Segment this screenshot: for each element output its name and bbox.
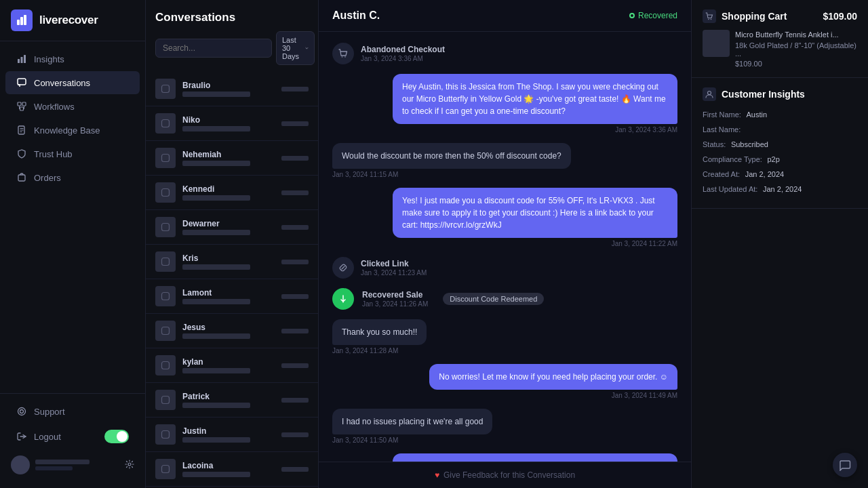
book-icon xyxy=(16,125,27,136)
cart-item-price: $109.00 xyxy=(735,60,857,68)
insight-last-name: Last Name: xyxy=(703,124,857,134)
first-name-value: Austin xyxy=(746,110,767,119)
svg-point-20 xyxy=(20,410,24,413)
sidebar-header: liverecover xyxy=(0,0,145,41)
message-incoming-1: Would the discount be more then the 50% … xyxy=(332,143,677,178)
conversation-item[interactable]: Braulio xyxy=(146,72,318,106)
conversations-title: Conversations xyxy=(155,11,309,24)
status-value: Subscribed xyxy=(731,140,768,148)
conversation-item[interactable]: Patrick xyxy=(146,383,318,418)
conv-info: Kris xyxy=(182,253,275,270)
conv-preview xyxy=(182,472,250,477)
msg-time-8: Jan 3, 2024 11:50 AM xyxy=(332,436,398,444)
svg-rect-29 xyxy=(162,293,170,300)
recovered-sale-body: Recovered Sale Jan 3, 2024 11:26 AM xyxy=(362,290,428,308)
svg-rect-30 xyxy=(162,327,170,335)
conversation-item[interactable]: Justin xyxy=(146,418,318,452)
orders-icon xyxy=(16,172,27,183)
insights-title-text: Customer Insights xyxy=(722,89,805,100)
sidebar-footer: Support Logout xyxy=(0,393,145,488)
conv-meta xyxy=(281,190,309,195)
conversation-item[interactable]: kylan xyxy=(146,348,318,383)
conv-preview xyxy=(182,126,250,131)
message-outgoing-1: Hey Austin, this is Jessica from The Sho… xyxy=(332,74,677,134)
svg-rect-18 xyxy=(18,175,25,181)
sidebar-item-trust-hub[interactable]: Trust Hub xyxy=(5,142,140,165)
sidebar-item-knowledge-base[interactable]: Knowledge Base xyxy=(5,119,140,142)
recovered-sale-time: Jan 3, 2024 11:26 AM xyxy=(362,300,428,308)
cart-total: $109.00 xyxy=(823,11,857,22)
conv-preview xyxy=(182,264,250,270)
cart-header: Shopping Cart $109.00 xyxy=(703,9,857,23)
conv-info: Braulio xyxy=(182,81,275,97)
updated-value: Jan 2, 2024 xyxy=(763,185,802,193)
conv-time xyxy=(281,225,309,230)
conversation-item[interactable]: Nehemiah xyxy=(146,141,318,176)
conv-avatar xyxy=(155,355,176,375)
recovered-dot xyxy=(629,13,635,18)
sidebar-item-conversations[interactable]: Conversations xyxy=(5,71,140,94)
conv-meta xyxy=(281,329,309,333)
conv-time xyxy=(281,87,309,92)
conversation-item[interactable]: Kennedi xyxy=(146,176,318,210)
conversation-item[interactable]: Dewarner xyxy=(146,210,318,245)
chat-fab[interactable] xyxy=(833,453,857,477)
sidebar-item-logout[interactable]: Logout xyxy=(5,424,140,449)
message-outgoing-4: Oh, right! I'm showing you have placed y… xyxy=(332,453,677,462)
conversation-item[interactable]: Kris xyxy=(146,245,318,279)
svg-rect-27 xyxy=(162,224,170,231)
toggle-switch[interactable] xyxy=(104,430,129,443)
logout-icon xyxy=(16,431,27,442)
conversation-item[interactable]: Lacoina xyxy=(146,452,318,487)
conv-name: Kennedi xyxy=(182,184,275,194)
sidebar-item-workflows[interactable]: Workflows xyxy=(5,95,140,118)
chat-feedback[interactable]: ♥ Give Feedback for this Conversation xyxy=(319,462,691,488)
svg-rect-6 xyxy=(18,79,26,85)
conv-name: Justin xyxy=(182,426,275,436)
svg-point-39 xyxy=(711,19,712,20)
conv-avatar xyxy=(155,182,176,203)
gear-button[interactable] xyxy=(125,460,134,471)
svg-rect-28 xyxy=(162,258,170,266)
insight-created: Created At: Jan 2, 2024 xyxy=(703,169,857,179)
svg-rect-1 xyxy=(20,17,23,25)
updated-label: Last Updated At: xyxy=(703,185,757,193)
conversation-item[interactable]: Niko xyxy=(146,106,318,141)
recovered-badge: Recovered xyxy=(629,11,677,20)
conversation-item[interactable]: Jesus xyxy=(146,314,318,348)
sidebar-item-label-insights: Insights xyxy=(34,54,64,64)
conv-time xyxy=(281,294,309,299)
support-icon xyxy=(16,406,27,417)
conv-avatar xyxy=(155,390,176,410)
sidebar-nav: Insights Conversations Workflows Knowled… xyxy=(0,41,145,393)
click-event-icon xyxy=(332,257,354,279)
conv-meta xyxy=(281,363,309,368)
svg-point-37 xyxy=(344,56,346,58)
conv-time xyxy=(281,121,309,126)
svg-rect-3 xyxy=(18,59,20,63)
insights-title: Customer Insights xyxy=(703,87,857,101)
conversation-item[interactable]: Lamont xyxy=(146,279,318,314)
sidebar-item-support[interactable]: Support xyxy=(5,400,140,423)
sidebar-item-label-orders: Orders xyxy=(34,173,61,183)
conv-info: Lamont xyxy=(182,288,275,304)
sidebar-item-orders[interactable]: Orders xyxy=(5,166,140,189)
event-time: Jan 3, 2024 3:36 AM xyxy=(361,55,445,62)
avatar-name xyxy=(35,460,90,464)
conv-time xyxy=(281,467,309,472)
conv-name: Jesus xyxy=(182,323,275,332)
conv-preview xyxy=(182,92,250,97)
conv-meta xyxy=(281,467,309,472)
svg-rect-4 xyxy=(21,57,23,63)
msg-time-7: Jan 3, 2024 11:49 AM xyxy=(612,392,677,399)
search-input[interactable] xyxy=(155,39,272,58)
sidebar-item-label-support: Support xyxy=(34,407,65,417)
sidebar-item-insights[interactable]: Insights xyxy=(5,47,140,70)
conv-meta xyxy=(281,121,309,126)
msg-time-2: Jan 3, 2024 11:15 AM xyxy=(332,171,398,178)
conv-preview xyxy=(182,195,250,201)
conv-time xyxy=(281,260,309,264)
bubble-incoming-1: Would the discount be more then the 50% … xyxy=(332,143,571,169)
compliance-value: p2p xyxy=(767,155,779,163)
date-filter-select[interactable]: Last 30 Days xyxy=(276,31,315,65)
